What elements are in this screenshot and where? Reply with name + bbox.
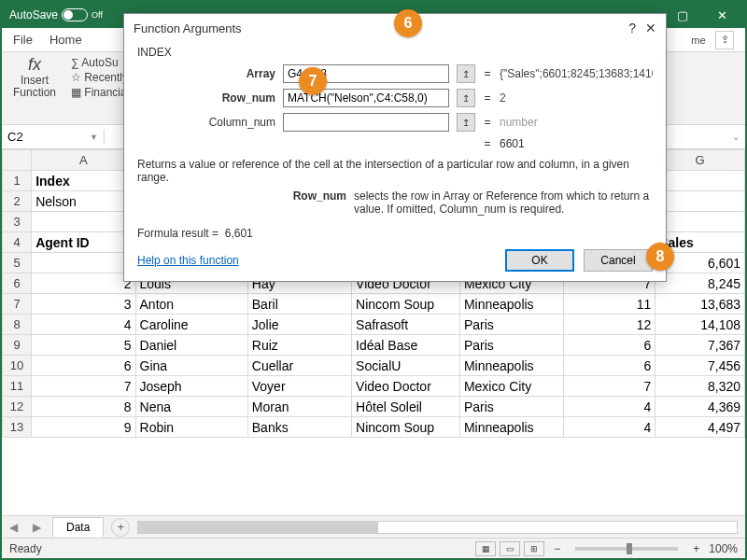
arg-colnum-input[interactable] <box>283 113 449 132</box>
cell[interactable]: 6 <box>32 356 135 376</box>
row-header[interactable]: 2 <box>3 191 32 212</box>
chevron-down-icon[interactable]: ▼ <box>90 133 98 142</box>
cell[interactable]: Ruiz <box>247 335 351 356</box>
name-box[interactable]: C2 ▼ <box>2 130 105 144</box>
cell[interactable]: Cuellar <box>247 356 351 376</box>
autosave-switch-icon[interactable] <box>62 8 88 21</box>
collapse-dialog-icon[interactable]: ↥ <box>457 113 475 132</box>
cell[interactable]: 8 <box>32 397 135 417</box>
cell[interactable]: Nelson <box>32 191 135 212</box>
row-header[interactable]: 1 <box>3 171 32 191</box>
close-button[interactable]: ✕ <box>702 2 741 28</box>
cell[interactable]: 13,683 <box>655 294 745 315</box>
cell[interactable]: Minneapolis <box>459 356 563 376</box>
row-header[interactable]: 10 <box>3 356 32 376</box>
sheet-tab-data[interactable]: Data <box>52 517 104 537</box>
help-link[interactable]: Help on this function <box>137 254 239 267</box>
cell[interactable]: 4,497 <box>655 417 745 438</box>
cell[interactable]: 8,320 <box>655 376 745 397</box>
cell[interactable]: Video Doctor <box>352 376 460 397</box>
ok-button[interactable]: OK <box>505 249 574 272</box>
cell[interactable]: Safrasoft <box>352 315 460 335</box>
row-header[interactable]: 13 <box>3 417 32 438</box>
autosave-toggle[interactable]: AutoSave Off <box>9 8 103 21</box>
cell[interactable]: Paris <box>459 315 563 335</box>
zoom-in-button[interactable]: + <box>693 542 699 555</box>
row-header[interactable]: 4 <box>3 232 32 253</box>
autosum-button[interactable]: ∑ AutoSu <box>71 56 128 69</box>
tab-file[interactable]: File <box>13 33 33 47</box>
cell[interactable]: Daniel <box>135 335 247 356</box>
collapse-dialog-icon[interactable]: ↥ <box>457 64 475 83</box>
row-header[interactable]: 8 <box>3 315 32 335</box>
cell[interactable]: Gina <box>135 356 247 376</box>
cell[interactable]: Minneapolis <box>459 417 563 438</box>
col-header-A[interactable]: A <box>32 150 135 171</box>
cell[interactable]: SocialU <box>352 356 460 376</box>
cell[interactable]: Joseph <box>135 376 247 397</box>
cell[interactable]: Banks <box>247 417 351 438</box>
cell[interactable]: Robin <box>135 417 247 438</box>
cell[interactable]: Nincom Soup <box>352 417 460 438</box>
cell[interactable]: 7,367 <box>655 335 745 356</box>
cell[interactable]: Moran <box>247 397 351 417</box>
view-layout-icon[interactable]: ▭ <box>500 541 520 556</box>
cell[interactable]: Hôtel Soleil <box>352 397 460 417</box>
cell[interactable]: 4,369 <box>655 397 745 417</box>
cancel-button[interactable]: Cancel <box>584 249 653 272</box>
cell[interactable]: 1 <box>32 253 135 273</box>
share-icon[interactable]: ⇪ <box>715 31 734 49</box>
cell[interactable]: 4 <box>32 315 135 335</box>
row-header[interactable]: 6 <box>3 273 32 294</box>
row-header[interactable]: 7 <box>3 294 32 315</box>
insert-function-button[interactable]: fx Insert Function <box>9 56 60 99</box>
zoom-out-button[interactable]: − <box>554 542 560 555</box>
cell[interactable]: 3 <box>32 294 135 315</box>
cell[interactable]: Nincom Soup <box>352 294 460 315</box>
zoom-slider[interactable] <box>575 547 678 551</box>
maximize-button[interactable]: ▢ <box>663 2 702 28</box>
formula-bar-expand-icon[interactable]: ⌄ <box>726 132 745 142</box>
collapse-dialog-icon[interactable]: ↥ <box>457 89 475 107</box>
row-header[interactable]: 3 <box>3 212 32 232</box>
cell[interactable]: Idéal Base <box>352 335 460 356</box>
tab-home[interactable]: Home <box>49 33 82 47</box>
cell[interactable]: Jolie <box>247 315 351 335</box>
sheet-nav-prev-icon[interactable]: ◀ <box>2 521 25 534</box>
cell[interactable]: Paris <box>459 335 563 356</box>
cell[interactable]: 7 <box>564 376 655 397</box>
cell[interactable]: Minneapolis <box>459 294 563 315</box>
financial-button[interactable]: ▦ Financia <box>71 86 128 99</box>
cell[interactable]: 8,245 <box>655 273 745 294</box>
cell[interactable]: 5 <box>32 335 135 356</box>
cell[interactable]: 11 <box>564 294 655 315</box>
recently-used-button[interactable]: ☆ Recently <box>71 71 128 84</box>
cell[interactable]: 6 <box>564 356 655 376</box>
row-header[interactable]: 9 <box>3 335 32 356</box>
tab-stub[interactable]: me <box>689 31 708 49</box>
horizontal-scrollbar[interactable] <box>137 521 738 534</box>
cell[interactable]: Caroline <box>135 315 247 335</box>
cell[interactable]: Baril <box>247 294 351 315</box>
dialog-help-icon[interactable]: ? <box>628 21 636 35</box>
row-header[interactable]: 12 <box>3 397 32 417</box>
dialog-close-icon[interactable]: ✕ <box>645 21 656 35</box>
cell[interactable]: Index <box>32 171 135 191</box>
select-all-corner[interactable] <box>3 150 32 171</box>
row-header[interactable]: 11 <box>3 376 32 397</box>
cell[interactable]: 4 <box>564 397 655 417</box>
view-pagebreak-icon[interactable]: ⊞ <box>524 541 544 556</box>
cell[interactable]: 14,108 <box>655 315 745 335</box>
cell[interactable]: Voyer <box>247 376 351 397</box>
cell[interactable]: 2 <box>32 273 135 294</box>
cell[interactable]: 7,456 <box>655 356 745 376</box>
cell[interactable]: Mexico City <box>459 376 563 397</box>
view-normal-icon[interactable]: ▦ <box>475 541 496 556</box>
cell[interactable]: 9 <box>32 417 135 438</box>
cell[interactable]: 4 <box>564 417 655 438</box>
row-header[interactable]: 5 <box>3 253 32 273</box>
cell[interactable]: 7 <box>32 376 135 397</box>
cell[interactable]: 6 <box>564 335 655 356</box>
cell[interactable]: Paris <box>459 397 563 417</box>
sheet-nav-next-icon[interactable]: ▶ <box>25 521 49 534</box>
